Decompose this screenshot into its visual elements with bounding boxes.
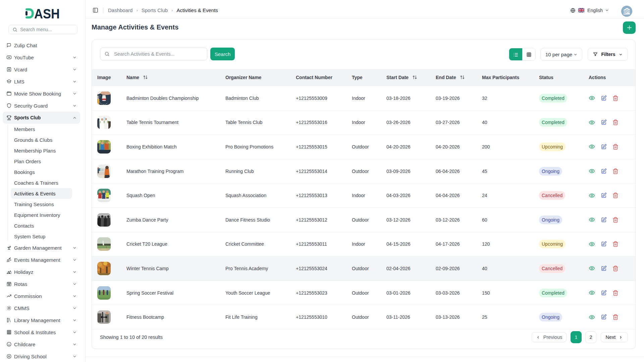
svg-text:ASH: ASH [34,6,60,20]
